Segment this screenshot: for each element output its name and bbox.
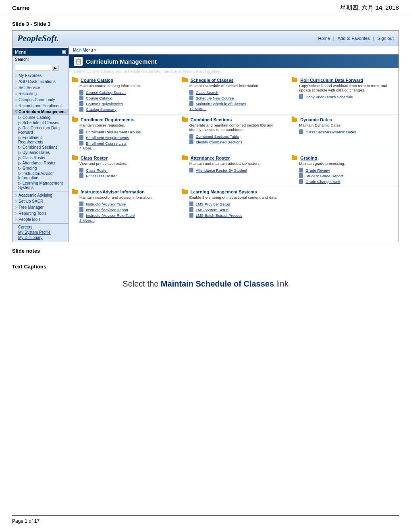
doc-icon — [79, 213, 83, 218]
sidebar-link-careers[interactable]: Careers — [12, 224, 68, 230]
header-date: 星期四, 六月 14, 2018 — [340, 4, 399, 12]
link-enrollment-requirement-groups[interactable]: Enrollment Requirement Groups — [72, 129, 176, 135]
link-identify-combined-sections[interactable]: Identify Combined Sections — [182, 139, 286, 145]
sidebar-subitem-lms[interactable]: ▷ Learning Management Systems — [12, 181, 68, 190]
breadcrumb-main-menu[interactable]: Main Menu — [73, 48, 93, 52]
ps-topbar: PeopleSoft. Home | Add to Favorites | Si… — [12, 31, 399, 46]
doc-icon — [189, 101, 193, 106]
date-prefix: 星期四, 六月 — [340, 4, 376, 11]
section-title-attendance-roster[interactable]: Attendance Roster — [182, 156, 286, 160]
home-link[interactable]: Home — [318, 36, 330, 41]
section-desc-class-roster: View and print class rosters. — [79, 161, 176, 166]
link-combined-sections-table[interactable]: Combined Sections Table — [182, 133, 286, 139]
sidebar-item-academic-advising[interactable]: ▷ Academic Advising — [12, 192, 68, 198]
folder-icon — [182, 156, 188, 160]
link-grade-change-audit[interactable]: Grade Change Audit — [292, 179, 395, 184]
arrow-icon: ▷ — [15, 206, 17, 209]
more-instructor[interactable]: 2 More... — [72, 218, 176, 222]
section-title-dynamic-dates[interactable]: Dynamic Dates — [292, 117, 395, 122]
link-class-section-dynamic-dates[interactable]: Class Section Dynamic Dates — [292, 129, 395, 135]
sidebar-item-set-up-sacr[interactable]: ▷ Set Up SACR — [12, 198, 68, 204]
sidebar-subitem-attendance-roster[interactable]: ▷ Attendance Roster — [12, 160, 68, 166]
sidebar-item-records-enrollment[interactable]: ▷ Records and Enrollment — [12, 103, 68, 109]
section-title-lms[interactable]: Learning Management Systems — [182, 189, 286, 194]
section-title-schedule-of-classes[interactable]: Schedule of Classes — [182, 78, 286, 83]
sidebar-item-my-favorites[interactable]: ▷ My Favorites — [12, 73, 68, 79]
content-desc: Define Course Catalog and Schedule of Cl… — [69, 68, 399, 75]
page-number: Page 1 of 17 — [12, 518, 39, 524]
date-year: , 2018 — [382, 4, 399, 11]
arrow-icon: ▷ — [15, 200, 17, 203]
link-instructor-advisor-report[interactable]: Instructor/Advisor Report — [72, 207, 176, 212]
sidebar-item-tree-manager[interactable]: ▷ Tree Manager — [12, 204, 68, 210]
link-class-roster[interactable]: Class Roster — [72, 167, 176, 173]
link-copy-prior-terms-schedule[interactable]: Copy Prior Term's Schedule — [292, 94, 395, 100]
link-schedule-new-course[interactable]: Schedule New Course — [182, 95, 286, 101]
sidebar-collapse-icon[interactable]: ▣ — [62, 49, 66, 54]
date-day: 14 — [376, 4, 382, 11]
section-desc-combined-sections: Generate and maintain combined section I… — [189, 123, 286, 132]
link-lms-system-setup[interactable]: LMS System Setup — [182, 207, 286, 212]
ps-breadcrumb: Main Menu » — [69, 46, 399, 54]
more-schedule[interactable]: 12 More... — [182, 106, 286, 111]
link-enrollment-requirements[interactable]: Enrollment Requirements — [72, 135, 176, 140]
sidebar-subitem-schedule-of-classes[interactable]: ▷ Schedule of Classes — [12, 120, 68, 125]
link-lms-batch-extract-process[interactable]: LMS Batch Extract Process — [182, 212, 286, 218]
link-instructor-advisor-role-table[interactable]: Instructor/Advisor Role Table — [72, 212, 176, 218]
link-course-catalog-search[interactable]: Course Catalog Search — [72, 89, 176, 95]
more-enrollment[interactable]: 4 More... — [72, 146, 176, 150]
sidebar-item-peopletools[interactable]: ▷ PeopleTools — [12, 216, 68, 222]
search-input[interactable] — [15, 65, 51, 71]
section-roll-curriculum: Roll Curriculum Data Forward Copy schedu… — [289, 75, 399, 115]
link-instructor-advisor-table[interactable]: Instructor/Advisor Table — [72, 201, 176, 207]
link-student-grade-report[interactable]: Student Grade Report — [292, 173, 395, 179]
sidebar-divider — [12, 191, 68, 191]
section-title-instructor-advisor[interactable]: Instructor/Advisor Information — [72, 189, 176, 194]
section-title-class-roster[interactable]: Class Roster — [72, 156, 176, 160]
doc-icon — [79, 202, 83, 206]
section-enrollment-requirements: Enrollment Requirements Maintain course … — [69, 115, 179, 153]
link-attendance-roster-by-student[interactable]: Attendance Roster By Student — [182, 167, 286, 173]
sidebar-item-reporting-tools[interactable]: ▷ Reporting Tools — [12, 210, 68, 216]
search-button[interactable]: ▶ — [52, 65, 58, 71]
doc-icon — [189, 213, 193, 218]
link-maintain-schedule-of-classes[interactable]: Maintain Schedule of Classes — [182, 101, 286, 106]
arrow-icon: ▷ — [15, 212, 17, 215]
link-course-catalog[interactable]: Course Catalog — [72, 95, 176, 101]
section-title-combined-sections[interactable]: Combined Sections — [182, 117, 286, 122]
section-title-roll-curriculum[interactable]: Roll Curriculum Data Forward — [292, 78, 395, 83]
sidebar-subitem-course-catalog[interactable]: ▷ Course Catalog — [12, 115, 68, 120]
section-grading: Grading Maintain grade processing. Grade… — [289, 153, 399, 187]
section-desc-schedule-of-classes: Maintain schedule of classes information… — [189, 83, 286, 88]
sidebar-item-recruiting[interactable]: ▷ Recruiting — [12, 91, 68, 97]
ps-nav-links: Home | Add to Favorites | Sign out — [318, 36, 394, 41]
sidebar-item-campus-community[interactable]: ▷ Campus Community — [12, 97, 68, 103]
caption-suffix: link — [274, 279, 289, 288]
sidebar-item-curriculum-management[interactable]: ▽ Curriculum Management — [12, 109, 68, 115]
link-enrollment-course-lists[interactable]: Enrollment Course Lists — [72, 140, 176, 146]
sidebar-item-asu-customizations[interactable]: ▷ ASU Customizations — [12, 79, 68, 85]
sign-out-link[interactable]: Sign out — [378, 36, 394, 41]
page-footer: Page 1 of 17 — [12, 515, 399, 524]
sidebar-subitem-enrollment-requirements[interactable]: ▷ Enrollment Requirements — [12, 135, 68, 145]
link-lms-provider-setup[interactable]: LMS Provider Setup — [182, 201, 286, 207]
link-print-class-roster[interactable]: Print Class Roster — [72, 173, 176, 179]
sidebar-search-input-row[interactable]: ▶ — [12, 63, 68, 73]
link-course-equivalencies[interactable]: Course Equivalencies — [72, 101, 176, 106]
link-catalog-summary[interactable]: Catalog Summary — [72, 106, 176, 112]
sidebar-subitem-instructor-advisor[interactable]: ▷ Instructor/Advisor Information — [12, 171, 68, 181]
section-title-grading[interactable]: Grading — [292, 156, 395, 160]
sidebar-link-my-dictionary[interactable]: My Dictionary — [12, 235, 68, 240]
sidebar-subitem-grading[interactable]: ▷ Grading — [12, 166, 68, 171]
sidebar-item-self-service[interactable]: ▷ Self Service — [12, 85, 68, 91]
sidebar-subitem-dynamic-dates[interactable]: ▷ Dynamic Dates — [12, 150, 68, 155]
sidebar-link-my-system-profile[interactable]: My System Profile — [12, 230, 68, 235]
add-to-favorites-link[interactable]: Add to Favorites — [338, 36, 370, 41]
sidebar-subitem-combined-sections[interactable]: ▷ Combined Sections — [12, 145, 68, 150]
sidebar-subitem-class-roster[interactable]: ▷ Class Roster — [12, 155, 68, 160]
link-grade-review[interactable]: Grade Review — [292, 167, 395, 173]
section-title-course-catalog[interactable]: Course Catalog — [72, 78, 176, 83]
section-title-enrollment-requirements[interactable]: Enrollment Requirements — [72, 117, 176, 122]
link-class-search[interactable]: Class Search — [182, 89, 286, 95]
sidebar-subitem-roll-curriculum[interactable]: ▷ Roll Curriculum Data Forward — [12, 125, 68, 135]
